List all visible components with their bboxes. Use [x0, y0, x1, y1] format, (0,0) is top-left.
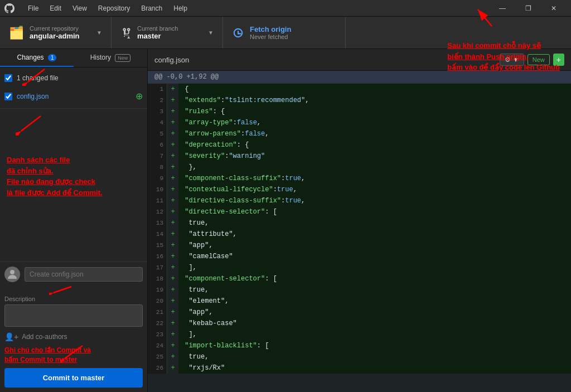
diff-header: @@ -0,0 +1,92 @@ [148, 71, 571, 84]
diff-line-row: 11+ "directive-class-suffix": true, [148, 195, 571, 206]
new-button[interactable]: New [528, 54, 550, 65]
line-sign: + [167, 318, 178, 329]
select-all-checkbox[interactable] [4, 74, 12, 82]
menu-view[interactable]: View [68, 3, 91, 13]
diff-line-row: 15+ "app", [148, 240, 571, 251]
line-code: true, [178, 351, 571, 362]
line-sign: + [167, 284, 178, 296]
line-number: 24 [148, 340, 167, 351]
add-coauthor-btn[interactable]: 👤+ Add co-authors [4, 332, 143, 341]
line-code: true, [178, 284, 571, 296]
diff-line-row: 16+ "camelCase" [148, 251, 571, 262]
line-sign: + [167, 173, 178, 184]
line-code: { [178, 84, 571, 95]
fetch-icon [232, 27, 244, 39]
line-number: 16 [148, 251, 167, 262]
repo-label: Current repository [30, 25, 80, 32]
file-checkbox[interactable] [4, 93, 12, 100]
line-number: 20 [148, 296, 167, 307]
line-number: 26 [148, 362, 167, 374]
file-annotation-arrow-icon [16, 113, 49, 135]
line-code: "element", [178, 296, 571, 307]
diff-line-row: 8+ }, [148, 162, 571, 173]
diff-line-row: 12+ "directive-selector": [ [148, 206, 571, 217]
line-number: 22 [148, 318, 167, 329]
diff-line-row: 13+ true, [148, 217, 571, 229]
line-code: "component-selector": [ [178, 273, 571, 284]
file-item-config[interactable]: config.json ⊕ [0, 89, 147, 104]
branch-label: Current branch [137, 25, 178, 32]
commit-message-input[interactable] [25, 267, 143, 282]
diff-line-row: 23+ ], [148, 329, 571, 340]
line-code: "array-type": false, [178, 117, 571, 128]
line-number: 4 [148, 117, 167, 128]
add-file-icon[interactable]: ⊕ [136, 91, 143, 101]
line-sign: + [167, 195, 178, 206]
menu-branch[interactable]: Branch [137, 3, 167, 13]
diff-line-row: 26+ "rxjs/Rx" [148, 362, 571, 374]
line-number: 7 [148, 151, 167, 162]
branch-text-group: Current branch master [137, 25, 178, 40]
repo-icon: 🗂️ [9, 26, 24, 40]
diff-line-row: 1+ { [148, 84, 571, 95]
content-actions: ⚙ ▼ New + [500, 54, 564, 66]
line-code: "component-class-suffix": true, [178, 173, 571, 184]
current-branch-section[interactable]: Current branch master ▼ [112, 17, 223, 49]
menu-edit[interactable]: Edit [45, 3, 66, 13]
add-button[interactable]: + [553, 54, 564, 66]
line-code: "deprecation": { [178, 139, 571, 151]
desc-arrow-area [4, 287, 143, 296]
diff-line-row: 22+ "kebab-case" [148, 318, 571, 329]
line-number: 19 [148, 284, 167, 296]
menu-repository[interactable]: Repository [94, 3, 134, 13]
line-number: 9 [148, 173, 167, 184]
diff-line-row: 9+ "component-class-suffix": true, [148, 173, 571, 184]
tab-changes[interactable]: Changes 1 [0, 49, 74, 67]
settings-button[interactable]: ⚙ ▼ [500, 54, 524, 66]
line-number: 17 [148, 262, 167, 273]
diff-line-row: 25+ true, [148, 351, 571, 362]
line-code: "app", [178, 307, 571, 318]
description-label: Description [4, 296, 143, 302]
line-sign: + [167, 229, 178, 240]
maximize-button[interactable]: ❐ [515, 0, 541, 17]
titlebar: File Edit View Repository Branch Help — … [0, 0, 571, 17]
commit-button[interactable]: Commit to master [4, 368, 143, 388]
diff-line-row: 10+ "contextual-lifecycle": true, [148, 184, 571, 195]
line-number: 12 [148, 206, 167, 217]
repo-name: angular-admin [30, 32, 80, 40]
line-code: "extends": "tslint:recommended", [178, 95, 571, 106]
fetch-origin-section[interactable]: Fetch origin Never fetched [223, 17, 346, 49]
line-code: true, [178, 217, 571, 229]
line-number: 3 [148, 106, 167, 117]
line-number: 21 [148, 307, 167, 318]
menu-file[interactable]: File [23, 3, 43, 13]
diff-line-row: 7+ "severity": "warning" [148, 151, 571, 162]
branch-name: master [137, 32, 178, 40]
main-layout: Changes 1 History New 1 changed file [0, 49, 571, 392]
avatar [4, 267, 20, 282]
line-sign: + [167, 139, 178, 151]
line-sign: + [167, 262, 178, 273]
line-sign: + [167, 296, 178, 307]
line-sign: + [167, 206, 178, 217]
line-code: "severity": "warning" [178, 151, 571, 162]
current-repo-section[interactable]: 🗂️ Current repository angular-admin ▼ [0, 17, 112, 49]
changed-files-section: 1 changed file config.json ⊕ [0, 67, 147, 109]
line-code: }, [178, 162, 571, 173]
commit-summary [4, 267, 143, 282]
tab-history[interactable]: History New [74, 49, 147, 67]
line-number: 8 [148, 162, 167, 173]
line-code: "kebab-case" [178, 318, 571, 329]
line-number: 15 [148, 240, 167, 251]
line-sign: + [167, 329, 178, 340]
line-number: 10 [148, 184, 167, 195]
svg-line-5 [21, 116, 41, 131]
line-sign: + [167, 128, 178, 139]
minimize-button[interactable]: — [490, 0, 515, 17]
filename-label: config.json [17, 93, 131, 100]
menu-help[interactable]: Help [169, 3, 192, 13]
description-textarea[interactable] [4, 304, 143, 327]
line-sign: + [167, 273, 178, 284]
close-button[interactable]: ✕ [541, 0, 567, 17]
